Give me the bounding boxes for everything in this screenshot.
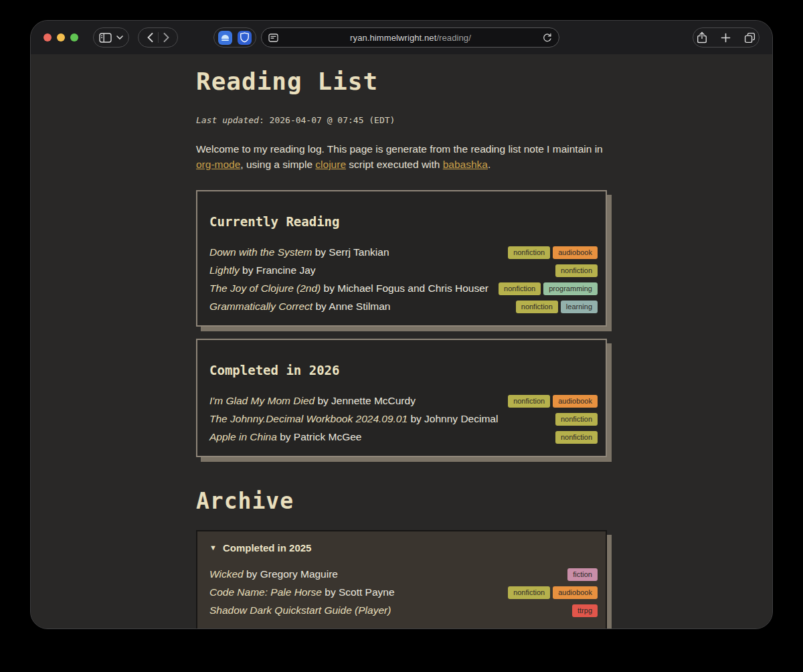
intro-text: . xyxy=(488,159,490,170)
share-icon[interactable] xyxy=(697,31,707,44)
reader-icon[interactable] xyxy=(268,33,278,42)
tag-group: nonfictionaudiobook xyxy=(508,395,598,408)
book-text: Apple in China by Patrick McGee xyxy=(209,431,547,443)
book-row: Grammatically Correct by Anne Stilmannon… xyxy=(209,298,598,316)
intro-text: , using a simple xyxy=(240,159,315,170)
tag-badge: nonfiction xyxy=(516,301,558,313)
page-title: Reading List xyxy=(196,68,607,95)
traffic-lights xyxy=(43,33,78,41)
book-author: by Jennette McCurdy xyxy=(315,395,416,406)
book-title: Down with the System xyxy=(209,246,312,258)
book-author: by Michael Fogus and Chris Houser xyxy=(321,282,488,294)
tag-badge: audiobook xyxy=(553,586,598,599)
tag-badge: learning xyxy=(561,301,598,313)
minimize-window-button[interactable] xyxy=(57,33,65,41)
book-row: Wicked by Gregory Maguirefiction xyxy=(209,566,598,584)
book-row: The Joy of Clojure (2nd) by Michael Fogu… xyxy=(209,280,598,298)
book-text: The Joy of Clojure (2nd) by Michael Fogu… xyxy=(209,282,490,295)
chevron-down-icon xyxy=(116,35,123,39)
book-row: Lightly by Francine Jaynonfiction xyxy=(209,262,598,280)
disclosure-triangle-icon: ▼ xyxy=(209,543,217,552)
archive-heading: Archive xyxy=(196,488,607,514)
url-domain: ryan.himmelwright.net xyxy=(350,33,436,43)
book-text: Down with the System by Serrj Tankian xyxy=(209,246,500,258)
forward-icon[interactable] xyxy=(163,33,169,42)
book-author: by Anne Stilman xyxy=(313,301,390,312)
tab-overview-icon[interactable] xyxy=(744,32,755,44)
intro-text: Welcome to my reading log. This page is … xyxy=(196,143,603,155)
zoom-window-button[interactable] xyxy=(70,33,78,41)
tag-badge: nonfiction xyxy=(555,264,598,277)
tag-badge: nonfiction xyxy=(508,246,550,259)
book-text: The Johnny.Decimal Workbook 2024.09.01 b… xyxy=(209,413,547,425)
book-list: Down with the System by Serrj Tankiannon… xyxy=(209,244,598,316)
sidebar-toggle-button[interactable] xyxy=(93,27,129,48)
book-title: Wicked xyxy=(209,568,244,580)
bitwarden-shield-icon[interactable] xyxy=(238,31,252,45)
book-row: The Johnny.Decimal Workbook 2024.09.01 b… xyxy=(209,410,598,428)
extensions-group xyxy=(213,27,256,48)
book-text: Wicked by Gregory Maguire xyxy=(209,568,559,580)
book-row: Down with the System by Serrj Tankiannon… xyxy=(209,244,598,262)
tag-badge: nonfiction xyxy=(499,282,541,295)
url-text: ryan.himmelwright.net/reading/ xyxy=(278,33,543,43)
book-author: by Johnny Decimal xyxy=(408,413,498,424)
section-title: Completed in 2025 xyxy=(223,542,312,554)
toolbar-right-buttons xyxy=(693,27,760,48)
book-title: Shadow Dark Quickstart Guide (Player) xyxy=(209,604,391,616)
book-title: Code Name: Pale Horse xyxy=(209,586,322,598)
book-text: Grammatically Correct by Anne Stilman xyxy=(209,301,508,313)
book-author: by Francine Jay xyxy=(240,264,316,276)
book-title: The Joy of Clojure (2nd) xyxy=(209,282,321,294)
section-title: Completed in 2026 xyxy=(209,363,598,377)
book-text: Lightly by Francine Jay xyxy=(209,264,547,276)
intro-link[interactable]: babashka xyxy=(443,159,488,170)
tag-group: nonfictionaudiobook xyxy=(508,246,598,259)
tag-group: nonfictionprogramming xyxy=(499,282,598,295)
tag-group: nonfiction xyxy=(555,431,598,444)
completed-2026-box: Completed in 2026 I'm Glad My Mom Died b… xyxy=(196,339,607,457)
tag-group: nonfiction xyxy=(555,413,598,426)
book-list: I'm Glad My Mom Died by Jennette McCurdy… xyxy=(209,392,598,446)
tag-badge: nonfiction xyxy=(555,413,598,426)
tag-badge: nonfiction xyxy=(508,395,550,408)
tag-group: fiction xyxy=(567,568,598,581)
book-title: Apple in China xyxy=(209,431,277,442)
browser-toolbar: ryan.himmelwright.net/reading/ xyxy=(31,21,772,54)
book-author: by Scott Payne xyxy=(322,586,395,598)
browser-window: ryan.himmelwright.net/reading/ xyxy=(30,20,773,629)
last-updated: Last updated: 2026-04-07 @ 07:45 (EDT) xyxy=(196,115,607,125)
book-title: The Johnny.Decimal Workbook 2024.09.01 xyxy=(209,413,408,424)
book-title: Lightly xyxy=(209,264,240,276)
intro-link[interactable]: org-mode xyxy=(196,159,240,170)
completed-2025-box: ▼ Completed in 2025 Wicked by Gregory Ma… xyxy=(196,530,607,628)
book-text: Shadow Dark Quickstart Guide (Player) xyxy=(209,604,564,616)
last-updated-label: Last updated xyxy=(196,115,259,125)
tag-badge: nonfiction xyxy=(555,431,598,444)
tag-group: nonfictionlearning xyxy=(516,301,598,313)
book-author: by Serrj Tankian xyxy=(312,246,389,258)
tag-badge: fiction xyxy=(567,568,598,581)
dome-extension-icon[interactable] xyxy=(218,31,232,45)
book-row: Apple in China by Patrick McGeenonfictio… xyxy=(209,428,598,446)
page-content: Reading List Last updated: 2026-04-07 @ … xyxy=(31,54,772,628)
book-title: Grammatically Correct xyxy=(209,301,313,312)
book-row: I'm Glad My Mom Died by Jennette McCurdy… xyxy=(209,392,598,410)
book-row: Shadow Dark Quickstart Guide (Player)ttr… xyxy=(209,602,598,620)
tag-badge: nonfiction xyxy=(508,586,550,599)
intro-link[interactable]: clojure xyxy=(315,159,346,170)
new-tab-icon[interactable] xyxy=(721,33,731,43)
book-title: I'm Glad My Mom Died xyxy=(209,395,315,406)
close-window-button[interactable] xyxy=(43,33,52,41)
reload-icon[interactable] xyxy=(543,33,552,43)
completed-2025-summary[interactable]: ▼ Completed in 2025 xyxy=(209,542,598,554)
tag-group: ttrpg xyxy=(572,604,598,617)
url-path: /reading/ xyxy=(436,33,471,43)
sidebar-icon xyxy=(99,33,112,43)
back-icon[interactable] xyxy=(147,33,153,42)
book-row: Code Name: Pale Horse by Scott Paynenonf… xyxy=(209,584,598,602)
intro-text: script executed with xyxy=(346,159,443,170)
address-bar[interactable]: ryan.himmelwright.net/reading/ xyxy=(261,27,559,48)
nav-buttons xyxy=(138,27,178,48)
tag-group: nonfiction xyxy=(555,264,598,277)
